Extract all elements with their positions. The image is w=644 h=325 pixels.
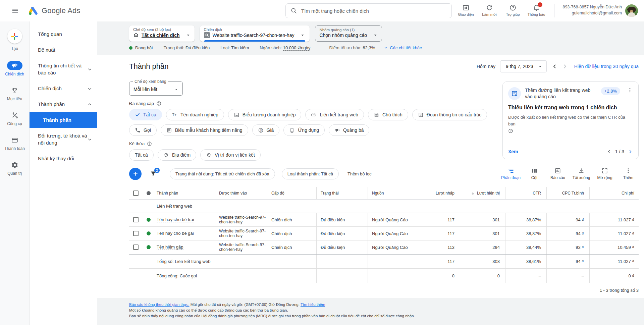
text-icon: TT xyxy=(172,112,177,118)
rail-item-gear[interactable]: Quản trị xyxy=(4,160,25,176)
add-asset-button[interactable] xyxy=(129,168,142,180)
status-enabled-label: Đang bật xyxy=(135,45,153,50)
legacy-label: Kế thừa xyxy=(129,141,494,146)
table-tool-columns[interactable]: Cột xyxy=(524,167,545,180)
sidebar-item[interactable]: Thành phần xyxy=(30,96,97,112)
topbar-tool-refresh[interactable]: Làm mới xyxy=(479,3,500,16)
asset-type-chip[interactable]: $Giá xyxy=(252,124,280,136)
table-tool-more[interactable]: Thêm xyxy=(618,167,639,180)
realtime-report-link[interactable]: Báo cáo không theo thời gian thực. xyxy=(129,303,190,307)
megaphone-icon xyxy=(7,61,22,70)
prev-date-icon[interactable] xyxy=(551,63,558,70)
filter-chip[interactable]: Loại thành phần: Tất cả xyxy=(282,168,339,179)
segment-icon xyxy=(507,167,514,174)
main-menu-icon[interactable] xyxy=(11,7,19,14)
sidebar-item[interactable]: Thông tin chi tiết và báo cáo xyxy=(30,58,97,80)
table-view-selector[interactable]: Chế độ xem bảng Mỗi liên kết xyxy=(129,82,183,96)
asset-name-link[interactable]: Tên hay cho bé trai xyxy=(157,217,194,222)
status-item: Trạng thái: Đủ điều kiện xyxy=(164,45,210,50)
table-header: Thành phần Được thêm vào Cấp độ Trạng th… xyxy=(129,187,639,200)
table-toolbar: 2 Trạng thái nội dung: Tất cả trừ chiến … xyxy=(97,161,644,184)
asset-type-chip[interactable]: Tất cả xyxy=(129,109,162,120)
asset-type-chip[interactable]: Biểu tượng doanh nghiệp xyxy=(228,109,302,120)
account-email: guiemailchotoi@gmail.com xyxy=(562,10,622,16)
insight-delta-badge: +2,8% xyxy=(601,87,620,95)
status-item: Điểm tối ưu hóa: 62,3% xyxy=(329,45,375,50)
account-info[interactable]: 893-768-8857 Nguyễn Đức Anh guiemailchot… xyxy=(562,4,622,16)
link-icon xyxy=(311,112,317,118)
topbar-tool-bell[interactable]: !Thông báo xyxy=(526,3,547,16)
sidebar-item[interactable]: Thành phần xyxy=(30,112,97,128)
topbar-tool-appearance[interactable]: Giao diện xyxy=(455,3,476,16)
asset-type-chip[interactable]: Biểu mẫu khách hàng tiềm năng xyxy=(161,124,248,136)
asset-type-chip[interactable]: Địa điểm xyxy=(158,149,196,161)
rail-item-card[interactable]: Thanh toán xyxy=(4,136,25,151)
phone-icon xyxy=(135,127,141,133)
scope-band: Chế độ xem (2 bộ lọc) Tất cả chiến dịch … xyxy=(97,21,644,55)
sidebar-item[interactable]: Tổng quan xyxy=(30,26,97,42)
card-icon xyxy=(7,136,22,145)
asset-type-chip[interactable]: Tất cả xyxy=(129,149,154,161)
campaign-selector[interactable]: Chiến dịch Website traffic-Search-97-cho… xyxy=(200,25,310,42)
topbar-tool-help[interactable]: Trợ giúp xyxy=(502,3,523,16)
home-icon xyxy=(133,32,139,38)
asset-type-chip[interactable]: Ứng dụng xyxy=(283,124,325,136)
search-icon xyxy=(290,7,297,14)
insight-card: Thêm đường liên kết trang web vào quảng … xyxy=(502,82,639,159)
status-enabled-dot xyxy=(147,231,151,235)
table-tool-report[interactable]: Báo cáo xyxy=(547,167,568,180)
create-button[interactable]: Tạo xyxy=(7,29,22,51)
row-checkbox[interactable] xyxy=(133,245,139,250)
search-input[interactable]: Tìm một trang hoặc chiến dịch xyxy=(285,3,452,18)
insight-title: Thêm đường liên kết trang web vào quảng … xyxy=(525,87,597,100)
more-details-link[interactable]: Các chi tiết khác xyxy=(384,45,422,50)
table-tool-expand[interactable]: Mở rộng xyxy=(594,167,615,180)
select-all-checkbox[interactable] xyxy=(133,191,139,196)
learn-more-link[interactable]: Tìm hiểu thêm xyxy=(301,303,325,307)
tools-icon xyxy=(7,111,22,120)
account-id-name: 893-768-8857 Nguyễn Đức Anh xyxy=(562,4,622,10)
view-selector[interactable]: Chế độ xem (2 bộ lọc) Tất cả chiến dịch xyxy=(129,25,195,42)
help-icon xyxy=(147,141,152,146)
add-filter-button[interactable]: Thêm bộ lọc xyxy=(347,171,372,176)
asset-name-link[interactable]: Tên hiếm gặp xyxy=(157,245,183,250)
refresh-icon xyxy=(486,4,493,11)
google-ads-logo[interactable]: Google Ads xyxy=(28,6,80,15)
insight-view-button[interactable]: Xem xyxy=(508,149,518,154)
avatar[interactable] xyxy=(625,4,638,17)
asset-type-chip[interactable]: Đoạn thông tin có cấu trúc xyxy=(412,109,487,120)
asset-name-link[interactable]: Tên hay cho bé gái xyxy=(157,231,194,236)
sidebar-item[interactable]: Chiến dịch xyxy=(30,80,97,96)
asset-type-chip[interactable]: Vị trí đơn vị liên kết xyxy=(200,149,261,161)
asset-type-chip[interactable]: Liên kết trang web xyxy=(305,109,364,120)
caret-down-icon xyxy=(186,33,191,38)
row-checkbox[interactable] xyxy=(133,231,139,236)
nav-rail: Tạo Chiến dịchMục tiêuCông cụThanh toánQ… xyxy=(0,21,30,325)
table-tool-download[interactable]: Tải xuống xyxy=(571,167,592,180)
table-tool-segment[interactable]: Phân đoạn xyxy=(500,167,521,180)
asset-type-chip[interactable]: Quảng bá xyxy=(329,124,370,136)
rail-item-trophy[interactable]: Mục tiêu xyxy=(4,86,25,101)
pin-icon xyxy=(206,152,212,158)
asset-type-chip[interactable]: Gọi xyxy=(129,124,157,136)
sidebar-item[interactable]: Nhật ký thay đổi xyxy=(30,151,97,166)
kebab-menu-icon[interactable] xyxy=(627,87,633,93)
asset-type-chip[interactable]: TTTên doanh nghiệp xyxy=(166,109,224,120)
filter-count-badge: 2 xyxy=(154,168,160,173)
next-date-icon[interactable] xyxy=(561,63,568,70)
filter-button[interactable]: 2 xyxy=(150,170,157,177)
sidebar-item[interactable]: Đối tượng, từ khoá và nội dung xyxy=(30,128,97,151)
logo-text: Google Ads xyxy=(42,6,80,15)
rail-item-megaphone[interactable]: Chiến dịch xyxy=(4,61,25,76)
rail-item-tools[interactable]: Công cụ xyxy=(4,111,25,126)
table-total-row: Tổng số: Liên kết trang web 117 303 38,6… xyxy=(129,254,639,269)
pager-next-icon[interactable] xyxy=(628,149,633,154)
date-picker[interactable]: 9 thg 7, 2023 xyxy=(500,60,547,72)
pager-prev-icon[interactable] xyxy=(606,149,612,154)
adgroup-selector[interactable]: Nhóm quảng cáo (1) Chọn nhóm quảng cáo xyxy=(315,25,382,42)
filter-chip[interactable]: Trạng thái nội dung: Tất cả trừ chiến dị… xyxy=(170,168,275,179)
show-30-days-link[interactable]: Hiện dữ liệu trong 30 ngày qua xyxy=(574,64,639,69)
row-checkbox[interactable] xyxy=(133,217,139,222)
sidebar-item[interactable]: Đề xuất xyxy=(30,42,97,58)
asset-type-chip[interactable]: Chú thích xyxy=(368,109,408,120)
